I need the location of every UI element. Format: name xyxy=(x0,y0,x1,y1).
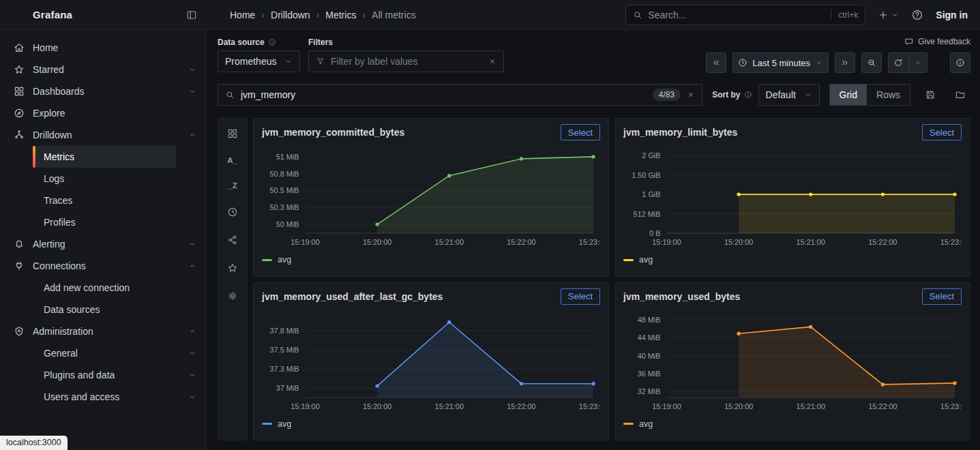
sidebar-item-label: Explore xyxy=(33,108,65,119)
info-icon[interactable] xyxy=(744,91,752,99)
refresh-button[interactable] xyxy=(888,52,927,73)
breadcrumb: Home › Drilldown › Metrics › All metrics xyxy=(207,10,416,20)
time-forward-button[interactable] xyxy=(835,52,855,73)
svg-text:15:22:00: 15:22:00 xyxy=(868,402,897,410)
sidebar-item-add-new-connection[interactable]: Add new connection xyxy=(0,277,206,299)
product-name: Grafana xyxy=(33,9,72,20)
chart[interactable]: 50 MiB50.3 MiB50.5 MiB50.8 MiB51 MiB15:1… xyxy=(262,145,600,250)
svg-text:15:20:00: 15:20:00 xyxy=(724,402,753,410)
chevron-down-icon[interactable] xyxy=(188,240,196,248)
svg-text:2 GiB: 2 GiB xyxy=(642,151,660,160)
sign-in-button[interactable]: Sign in xyxy=(936,10,968,20)
legend[interactable]: avg xyxy=(262,254,600,266)
select-button[interactable]: Select xyxy=(922,124,962,140)
zoom-out-button[interactable] xyxy=(861,52,882,73)
sidebar-item-data-sources[interactable]: Data sources xyxy=(0,299,206,320)
chevron-down-icon xyxy=(815,59,823,67)
chevron-down-icon[interactable] xyxy=(188,393,196,401)
sort-by-label: Sort by xyxy=(712,90,752,100)
breadcrumb-home[interactable]: Home xyxy=(230,10,255,20)
panel-toggle-icon xyxy=(186,10,197,20)
clear-search-icon[interactable] xyxy=(687,91,695,99)
sidebar-item-users-and-access[interactable]: Users and access xyxy=(0,386,206,408)
legend[interactable]: avg xyxy=(262,418,600,430)
metric-search-box[interactable]: 4/83 xyxy=(218,84,702,106)
info-icon[interactable] xyxy=(268,38,276,46)
double-chevron-right-icon xyxy=(840,58,850,68)
legend[interactable]: avg xyxy=(623,418,962,430)
sidebar-item-logs[interactable]: Logs xyxy=(0,168,206,190)
chart[interactable]: 32 MiB36 MiB40 MiB44 MiB48 MiB15:19:0015… xyxy=(623,309,962,414)
metric-search-input[interactable] xyxy=(241,89,647,100)
chevron-down-icon[interactable] xyxy=(188,87,196,95)
history-clock-icon[interactable] xyxy=(227,207,238,217)
save-button[interactable] xyxy=(920,85,940,105)
view-toggle: Grid Rows xyxy=(829,84,910,106)
sidebar-item-explore[interactable]: Explore xyxy=(0,102,206,124)
sidebar-item-drilldown[interactable]: Drilldown xyxy=(0,124,206,146)
panel-title: jvm_memory_used_bytes xyxy=(623,291,740,302)
sidebar-item-alerting[interactable]: Alerting xyxy=(0,233,206,255)
time-range-picker[interactable]: Last 5 minutes xyxy=(732,52,829,73)
breadcrumb-metrics[interactable]: Metrics xyxy=(325,10,356,20)
sidebar-item-metrics[interactable]: Metrics xyxy=(33,146,176,168)
chevron-down-icon[interactable] xyxy=(188,371,196,379)
sidebar-item-home[interactable]: Home xyxy=(0,37,206,59)
chevron-up-icon[interactable] xyxy=(188,327,196,335)
sidebar-toggle-button[interactable] xyxy=(186,10,197,20)
breadcrumb-separator: › xyxy=(261,10,265,20)
sort-alpha-desc-icon[interactable]: _Z xyxy=(228,181,237,190)
breadcrumb-drilldown[interactable]: Drilldown xyxy=(271,10,310,20)
chart[interactable]: 37 MiB37.3 MiB37.5 MiB37.8 MiB15:19:0015… xyxy=(262,309,600,414)
share-icon[interactable] xyxy=(227,235,238,245)
view-rows-option[interactable]: Rows xyxy=(867,85,910,105)
svg-text:1.50 GiB: 1.50 GiB xyxy=(632,171,660,179)
sort-select[interactable]: Default xyxy=(758,84,820,106)
sidebar-item-starred[interactable]: Starred xyxy=(0,59,206,80)
grid-view-icon[interactable] xyxy=(227,128,238,139)
sidebar-item-label: Profiles xyxy=(44,217,76,228)
sidebar-item-traces[interactable]: Traces xyxy=(0,190,206,211)
select-button[interactable]: Select xyxy=(922,288,962,305)
sidebar: Home Starred Dashboards Explore Drilldow… xyxy=(0,30,207,450)
settings-gear-icon[interactable] xyxy=(227,290,238,301)
select-button[interactable]: Select xyxy=(561,124,600,140)
dashboards-icon xyxy=(14,86,25,97)
chevron-up-icon[interactable] xyxy=(188,131,196,139)
refresh-icon xyxy=(893,58,903,68)
time-back-button[interactable] xyxy=(706,52,726,73)
open-folder-button[interactable] xyxy=(950,85,970,105)
sidebar-item-administration[interactable]: Administration xyxy=(0,320,206,342)
sidebar-item-dashboards[interactable]: Dashboards xyxy=(0,80,206,102)
star-icon[interactable] xyxy=(227,262,238,273)
sort-alpha-asc-icon[interactable]: A_ xyxy=(227,156,238,164)
news-info-button[interactable] xyxy=(950,52,970,73)
close-icon[interactable] xyxy=(488,57,496,65)
sidebar-item-label: General xyxy=(44,348,78,359)
chevron-up-icon[interactable] xyxy=(188,262,196,270)
sidebar-item-general[interactable]: General xyxy=(0,342,206,364)
chevron-down-icon[interactable] xyxy=(188,349,196,357)
chevron-down-icon[interactable] xyxy=(188,65,196,74)
star-icon xyxy=(14,64,25,75)
sidebar-item-connections[interactable]: Connections xyxy=(0,255,206,277)
legend[interactable]: avg xyxy=(623,254,962,266)
give-feedback-button[interactable]: Give feedback xyxy=(904,37,970,46)
grafana-logo xyxy=(11,7,26,22)
refresh-interval-toggle[interactable] xyxy=(909,53,922,72)
search-icon xyxy=(633,10,642,20)
global-search[interactable]: ctrl+k xyxy=(625,5,865,25)
help-button[interactable] xyxy=(911,9,923,21)
sidebar-item-profiles[interactable]: Profiles xyxy=(0,211,206,233)
panel-title: jvm_memory_used_after_last_gc_bytes xyxy=(262,291,443,302)
chart[interactable]: 0 B512 MiB1 GiB1.50 GiB2 GiB15:19:0015:2… xyxy=(623,145,962,250)
label-filter-input[interactable]: Filter by label values xyxy=(308,50,504,72)
view-grid-option[interactable]: Grid xyxy=(830,85,867,105)
datasource-select[interactable]: Prometheus xyxy=(218,50,300,72)
sidebar-item-label: Home xyxy=(33,42,58,53)
select-button[interactable]: Select xyxy=(561,288,600,305)
shield-icon xyxy=(14,326,25,337)
new-button[interactable] xyxy=(878,10,899,20)
global-search-input[interactable] xyxy=(648,10,825,20)
sidebar-item-plugins-and-data[interactable]: Plugins and data xyxy=(0,364,206,386)
